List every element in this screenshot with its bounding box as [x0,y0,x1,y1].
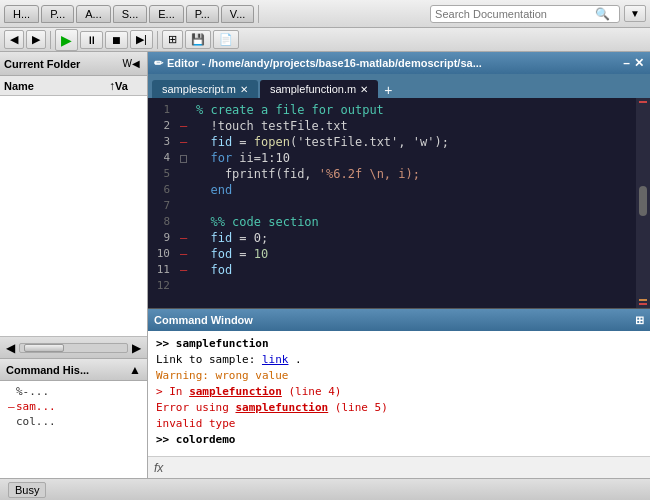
list-item: >> samplefunction [156,336,642,351]
toolbar-tab-e[interactable]: E... [149,5,184,23]
right-panel: ✏ Editor - /home/andy/projects/base16-ma… [148,52,650,478]
code-line-7 [180,198,632,214]
list-item: > In samplefunction (line 4) [156,384,642,399]
sidebar-header: Current Folder W◀ [0,52,147,76]
toolbar-tab-p2[interactable]: P... [186,5,219,23]
tab-label: samplescript.m [162,83,236,95]
cmd-window: Command Window ⊞ >> samplefunction Link … [148,308,650,478]
list-item: >> colordemo [156,432,642,447]
second-toolbar: ◀ ▶ ▶ ⏸ ⏹ ▶| ⊞ 💾 📄 [0,28,650,52]
code-line-4: □ for ii=1:10 [180,150,632,166]
toolbar-separator [258,5,259,23]
editor-close-button[interactable]: ✕ [634,56,644,70]
toolbar-tab-v[interactable]: V... [221,5,255,23]
sidebar-title: Current Folder [4,58,120,70]
sample-link[interactable]: link [262,353,289,366]
sidebar: Current Folder W◀ Name ↑ Va ◀ ▶ Command … [0,52,148,478]
stop-button[interactable]: ⏹ [105,31,128,49]
code-line-10: – fod = 10 [180,246,632,262]
toolbar-tab-a[interactable]: A... [76,5,111,23]
code-line-8: %% code section [180,214,632,230]
list-item[interactable]: –sam... [8,399,139,414]
save-button[interactable]: 💾 [185,30,211,49]
editor-header: ✏ Editor - /home/andy/projects/base16-ma… [148,52,650,74]
code-line-9: – fid = 0; [180,230,632,246]
editor-panel: ✏ Editor - /home/andy/projects/base16-ma… [148,52,650,308]
col-name-header: Name [4,80,109,92]
status-bar: Busy [0,478,650,500]
tab-samplescript[interactable]: samplescript.m ✕ [152,80,258,98]
code-line-2: – !touch testFile.txt [180,118,632,134]
scrollbar-thumb [24,344,64,352]
cmd-history-expand[interactable]: ▲ [129,363,141,377]
file-list-header: Name ↑ Va [0,76,147,96]
editor-tabs: samplescript.m ✕ samplefunction.m ✕ + [148,74,650,98]
toolbar-tab-s[interactable]: S... [113,5,148,23]
editor-scrollbar[interactable] [636,98,650,308]
file-list[interactable] [0,96,147,336]
cmd-window-title: Command Window [154,314,635,326]
editor-title: Editor - /home/andy/projects/base16-matl… [167,57,619,69]
scroll-mark-error [639,101,647,103]
col-val-header: Va [115,80,143,92]
code-line-3: – fid = fopen ('testFile.txt', 'w'); [180,134,632,150]
tab-close-icon[interactable]: ✕ [240,84,248,95]
sidebar-expand-button[interactable]: W◀ [120,57,143,70]
add-tab-button[interactable]: + [380,82,396,98]
scroll-mark-error2 [639,303,647,305]
layout-button[interactable]: ⊞ [162,30,183,49]
list-item[interactable]: %-... [8,384,139,399]
code-area[interactable]: % create a file for output – !touch test… [176,98,636,308]
cmd-window-content[interactable]: >> samplefunction Link to sample: link .… [148,331,650,456]
toolbar-tab-h[interactable]: H... [4,5,39,23]
tab-close-icon[interactable]: ✕ [360,84,368,95]
search-box: 🔍 [430,5,620,23]
nav-back-button[interactable]: ◀ [4,30,24,49]
line-numbers: 1 2 3 4 5 6 7 8 9 10 11 12 [148,98,176,308]
main-area: Current Folder W◀ Name ↑ Va ◀ ▶ Command … [0,52,650,478]
nav-forward-button[interactable]: ▶ [26,30,46,49]
run-button[interactable]: ▶ [55,29,78,51]
code-line-12 [180,278,632,294]
search-icon: 🔍 [595,7,610,21]
cmd-window-header: Command Window ⊞ [148,309,650,331]
tab-samplefunction[interactable]: samplefunction.m ✕ [260,80,378,98]
list-item: invalid type [156,416,642,431]
scroll-mark-warning [639,299,647,301]
top-toolbar: H... P... A... S... E... P... V... 🔍 ▼ [0,0,650,28]
fx-label: fx [154,461,163,475]
cmd-history-panel: Command His... ▲ %-... –sam... col... [0,358,147,478]
cmd-history-title: Command His... [6,364,129,376]
toolbar-tab-p[interactable]: P... [41,5,74,23]
list-item: Warning: wrong value [156,368,642,383]
cmd-history-items: %-... –sam... col... [0,381,147,478]
code-line-5: fprintf(fid, '%6.2f \n, i); [180,166,632,182]
editor-content: 1 2 3 4 5 6 7 8 9 10 11 12 [148,98,650,308]
scrollbar-thumb [639,186,647,216]
editor-icon: ✏ [154,57,163,70]
list-item[interactable]: col... [8,414,139,429]
sidebar-nav-left[interactable]: ◀ [4,341,17,355]
search-input[interactable] [435,8,595,20]
code-line-6: end [180,182,632,198]
step-button[interactable]: ▶| [130,30,153,49]
error-link-2[interactable]: samplefunction [235,401,328,414]
cmd-history-header: Command His... ▲ [0,359,147,381]
editor-minimize-button[interactable]: – [623,56,630,70]
cmd-window-expand-button[interactable]: ⊞ [635,314,644,327]
sep2 [50,31,51,49]
sidebar-scrollbar[interactable] [19,343,128,353]
cmd-input-bar: fx [148,456,650,478]
list-item: Link to sample: link . [156,352,642,367]
list-item: Error using samplefunction (line 5) [156,400,642,415]
code-line-1: % create a file for output [180,102,632,118]
pause-button[interactable]: ⏸ [80,31,103,49]
new-button[interactable]: 📄 [213,30,239,49]
sep3 [157,31,158,49]
sidebar-nav: ◀ ▶ [0,336,147,358]
filter-button[interactable]: ▼ [624,5,646,22]
sidebar-nav-right[interactable]: ▶ [130,341,143,355]
error-link-1[interactable]: samplefunction [189,385,282,398]
tab-label: samplefunction.m [270,83,356,95]
status-busy-badge: Busy [8,482,46,498]
